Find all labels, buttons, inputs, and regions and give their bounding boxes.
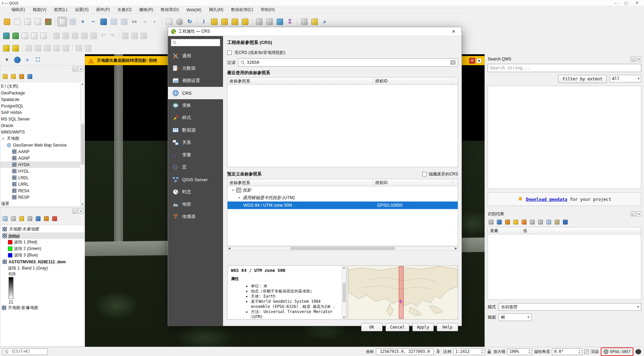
new-spatialite-icon[interactable]	[30, 32, 38, 40]
lock-scale-icon[interactable]	[487, 349, 491, 354]
apply-button[interactable]: Apply	[412, 323, 434, 331]
dialog-tab-crs[interactable]: CRS	[168, 87, 223, 99]
statistics-icon[interactable]: Σ	[285, 17, 295, 26]
hide-deprecated-checkbox[interactable]	[422, 172, 427, 176]
layer-item-astgtmv003_n28e112_dem[interactable]: ASTGTMV003_N28E112_dem	[2, 259, 85, 265]
panel-splitter[interactable]: ······	[488, 207, 641, 210]
qms-float-icon[interactable]: ◱	[631, 57, 635, 61]
browser-item-oracle[interactable]: Oracle	[0, 122, 80, 129]
dialog-close-icon[interactable]: ✕	[448, 29, 459, 34]
qms-type-select[interactable]: All▼	[610, 75, 641, 82]
column-value[interactable]: 值	[521, 227, 641, 234]
zoom-in-icon[interactable]: +	[78, 17, 88, 26]
menu-item-9[interactable]: 网孔(M)	[206, 6, 226, 13]
style-manager-icon[interactable]	[43, 17, 53, 26]
layer-item-imagery[interactable]: 天地图-影像地图	[2, 305, 85, 311]
browser-item-resa[interactable]: RESA	[0, 187, 80, 194]
qms-results-list[interactable]	[488, 86, 641, 189]
column-crs[interactable]: 坐标参照系	[227, 78, 373, 84]
close-button[interactable]: ✕	[635, 1, 639, 5]
copy-feature-icon[interactable]	[529, 219, 536, 226]
expand-new-results-icon[interactable]	[512, 219, 519, 226]
browser-item--[interactable]: ▾天地图	[0, 135, 80, 142]
filter-by-extent-button[interactable]: Filter by extent	[558, 75, 607, 83]
ok-button[interactable]: OK	[361, 323, 382, 331]
refresh-icon[interactable]: ↻	[185, 17, 195, 26]
zoom-native-icon[interactable]: 1:1	[130, 17, 139, 26]
locator-input[interactable]: 位 (Ctrl+K)	[3, 348, 47, 355]
menu-item-6[interactable]: 栅格(R)	[136, 6, 156, 13]
qms-search-input[interactable]: Search string...	[488, 64, 641, 72]
search-icon[interactable]: ⌕	[320, 17, 330, 26]
browser-item-lrrl[interactable]: LRRL	[0, 181, 80, 187]
crs-status-value[interactable]: EPSG:3857	[610, 349, 631, 354]
menu-item-0[interactable]: 编辑(E)	[8, 6, 28, 13]
layer-item--1-band-1-gray-[interactable]: 波段 1: Band 1 (Gray)	[2, 265, 85, 272]
menu-item-1[interactable]: 视图(V)	[30, 6, 49, 13]
maximize-button[interactable]: ▢	[624, 1, 628, 5]
browser-item-geoserver-web-map-service[interactable]: GeoServer Web Map Service	[0, 142, 80, 148]
expand-all-icon[interactable]	[496, 219, 503, 226]
form-view-icon[interactable]	[488, 219, 495, 226]
dialog-tab-relations[interactable]: 关系	[168, 136, 223, 149]
layer-item--1-red-[interactable]: 波段 1 (Red)	[2, 239, 85, 245]
help-button[interactable]: Help	[437, 323, 458, 331]
scale-combo[interactable]: 1:2412▲▼	[453, 348, 485, 355]
new-virtual-layer-icon[interactable]	[39, 32, 48, 40]
browser-item-wms-wmts[interactable]: WMS/WMTS	[0, 129, 80, 135]
identify-close-icon[interactable]: ✕	[636, 211, 641, 216]
dialog-tab-temporal[interactable]: 时态	[168, 186, 223, 198]
crs-filter-input[interactable]: 32650 ✕	[238, 58, 458, 67]
column-crs[interactable]: 坐标参照系	[227, 179, 373, 186]
layers-float-icon[interactable]: ◱	[73, 209, 77, 214]
browser-scrollbar[interactable]: ▲▼	[80, 82, 85, 206]
attribute-table-icon[interactable]	[254, 17, 264, 26]
map-tips-icon[interactable]	[310, 17, 319, 26]
menu-item-5[interactable]: 矢量(O)	[114, 6, 135, 13]
column-feature[interactable]: 要素	[488, 227, 521, 234]
column-authority[interactable]: 授权ID	[373, 179, 453, 186]
render-checkbox[interactable]: ✓	[584, 349, 589, 354]
download-geodata-link[interactable]: Download geodata	[526, 197, 567, 202]
browser-item-agnp[interactable]: AGNP	[0, 155, 80, 161]
menu-item-3[interactable]: 设置(S)	[72, 6, 92, 13]
crs-tree-row-wgs-84-utm-zone-50n[interactable]: WGS 84 / UTM zone 50NEPSG:32650	[227, 202, 458, 209]
clear-filter-icon[interactable]: ✕	[450, 60, 456, 65]
crs-tree-row--[interactable]: ▾投影	[227, 186, 458, 194]
browser-item-spatialite[interactable]: SpatiaLite	[0, 96, 80, 103]
mouse-position-icon[interactable]	[436, 349, 441, 354]
identify-features-icon[interactable]: i	[199, 17, 209, 26]
select-features-icon[interactable]	[209, 17, 219, 26]
open-layer-styling-icon[interactable]	[2, 215, 9, 222]
dialog-sidebar-search-input[interactable]	[171, 39, 220, 46]
toolbar-overflow-icon[interactable]: ▾	[2, 55, 12, 65]
filter-legend-icon[interactable]	[18, 215, 25, 222]
clear-results-icon[interactable]	[521, 219, 528, 226]
message-close-icon[interactable]: ✕	[469, 58, 475, 64]
menu-item-10[interactable]: 数据处理(C)	[228, 6, 256, 13]
expand-all-icon[interactable]	[35, 215, 42, 222]
map-themes-eye-icon[interactable]	[10, 215, 17, 222]
browser-float-icon[interactable]: ◱	[73, 67, 77, 71]
menu-item-4[interactable]: 插件(P)	[93, 6, 113, 13]
dialog-tab-metadata[interactable]: 元数据	[168, 62, 223, 74]
new-map-view-icon[interactable]	[164, 17, 174, 26]
layer-item--2-green-[interactable]: 波段 2 (Green)	[2, 245, 85, 252]
browser-item-postgresql[interactable]: PostgreSQL	[0, 103, 80, 109]
zoom-out-icon[interactable]: −	[88, 17, 98, 26]
browser-item-ms-sql-server[interactable]: MS SQL Server	[0, 116, 80, 122]
browser-item-resp[interactable]: RESP	[0, 194, 80, 200]
column-authority[interactable]: 授权ID	[373, 78, 453, 84]
collapse-all-icon[interactable]	[504, 219, 511, 226]
dialog-tab-sensor[interactable]: 传感器	[168, 210, 223, 223]
dialog-tab-view[interactable]: 视图设置	[168, 74, 223, 87]
dialog-tab-terrain[interactable]: 地形	[168, 198, 223, 210]
zoom-full-extent-icon[interactable]	[99, 17, 108, 26]
no-crs-checkbox[interactable]	[227, 50, 232, 55]
mode-select[interactable]: 当前图层▼	[499, 303, 641, 311]
layout-manager-icon[interactable]	[33, 17, 43, 26]
dialog-tab-macro[interactable]: 宏	[168, 161, 223, 173]
layer-item-jinhui[interactable]: jinhui	[2, 232, 85, 239]
coordinate-input[interactable]: 12567915.0, 3277893.0	[376, 348, 434, 355]
messages-bubble-icon[interactable]	[635, 349, 641, 354]
